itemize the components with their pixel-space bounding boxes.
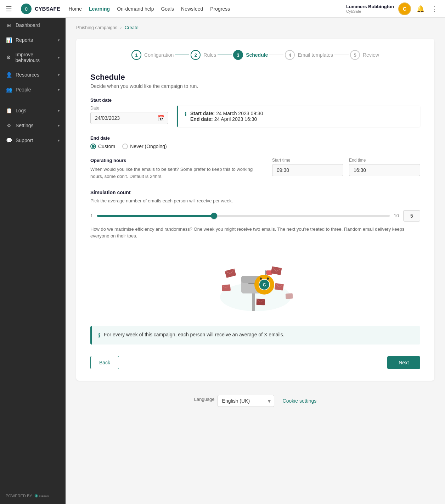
date-info-box-wrap: ℹ Start date: 24 March 2023 09:30 End da… [177, 106, 420, 127]
bottom-info-text: For every week of this campaign, each pe… [104, 332, 285, 337]
step-2: 2 Rules [191, 50, 216, 60]
nav-newsfeed[interactable]: Newsfeed [181, 6, 203, 12]
slider-fill [97, 215, 214, 217]
nav-ondemand[interactable]: On-demand help [117, 6, 154, 12]
nav-home[interactable]: Home [69, 6, 82, 12]
logs-icon: 📋 [6, 107, 12, 114]
language-select[interactable]: English (UK) [218, 395, 274, 407]
svg-rect-18 [221, 284, 230, 291]
sidebar-footer: POWERED BY C CYBSAFE [0, 488, 66, 504]
sidebar-item-dashboard[interactable]: ⊞ Dashboard [0, 18, 66, 33]
user-company: CybSafe [346, 9, 394, 13]
date-input[interactable] [90, 112, 168, 124]
ongoing-radio-circle [122, 144, 128, 149]
info-start-label: Start date: [190, 111, 215, 116]
reports-chevron: ▾ [58, 38, 60, 43]
end-date-custom-option[interactable]: Custom [90, 144, 115, 149]
end-time-input[interactable] [349, 164, 420, 176]
sidebar-item-reports[interactable]: 📊 Reports ▾ [0, 33, 66, 47]
sidebar-item-resources[interactable]: 👤 Resources ▾ [0, 67, 66, 82]
svg-rect-21 [274, 283, 283, 290]
reports-icon: 📊 [6, 37, 12, 43]
sidebar-item-support[interactable]: 💬 Support ▾ [0, 133, 66, 148]
custom-radio-label: Custom [98, 144, 115, 149]
step-3-circle: 3 [233, 50, 243, 60]
stepper: 1 Configuration 2 Rules 3 Schedule 4 Ema… [90, 50, 420, 60]
sidebar: ⊞ Dashboard 📊 Reports ▾ ⚙ Improve behavi… [0, 18, 66, 504]
time-fields: Start time End time [272, 158, 420, 176]
logo-text: CYBSAFE [35, 6, 60, 12]
connector-2-3 [218, 55, 232, 55]
end-time-field: End time [349, 158, 420, 176]
people-chevron: ▾ [58, 88, 60, 92]
back-button[interactable]: Back [90, 356, 119, 369]
cookie-settings-link[interactable]: Cookie settings [283, 398, 317, 404]
svg-text:CYBSAFE: CYBSAFE [39, 495, 49, 497]
page-subtitle: Decide when you would like the campaign … [90, 83, 420, 89]
slider-thumb [211, 213, 217, 219]
page-footer: Language English (UK) Cookie settings [76, 381, 434, 413]
sidebar-label-improve-behaviours: Improve behaviours [16, 52, 58, 63]
step-5-label: Review [363, 52, 379, 58]
start-time-label: Start time [272, 158, 343, 163]
improve-behaviours-icon: ⚙ [6, 54, 12, 61]
main-content: Phishing campaigns › Create 1 Configurat… [66, 18, 445, 504]
mailbox-illustration: C [206, 251, 305, 315]
simulation-slider[interactable] [97, 215, 389, 217]
calendar-icon: 📅 [158, 115, 165, 122]
end-date-section: End date Custom Never (Ongoing) [90, 135, 420, 149]
svg-rect-12 [225, 268, 236, 278]
simulation-count-desc: Pick the average number of emails each p… [90, 197, 420, 205]
user-area: Lummers Bobbington CybSafe C 🔔 ⋮ [346, 2, 439, 15]
step-1-label: Configuration [144, 52, 174, 58]
sidebar-label-reports: Reports [16, 37, 33, 43]
sidebar-label-resources: Resources [16, 72, 39, 78]
start-time-field: Start time [272, 158, 343, 176]
nav-goals[interactable]: Goals [161, 6, 174, 12]
settings-chevron: ▾ [58, 123, 60, 128]
svg-point-30 [267, 278, 269, 280]
step-4-label: Email templates [298, 52, 333, 58]
simulation-count-desc2: How do we maximise efficiency and random… [90, 226, 420, 240]
date-input-wrap: 📅 [90, 112, 168, 124]
date-field-label: Date [90, 106, 168, 111]
powered-by-text: POWERED BY [6, 494, 32, 498]
ongoing-radio-label: Never (Ongoing) [130, 144, 167, 149]
sidebar-item-people[interactable]: 👥 People ▾ [0, 82, 66, 97]
user-name: Lummers Bobbington [346, 4, 394, 9]
operating-hours-title: Operating hours [90, 158, 261, 163]
end-date-ongoing-option[interactable]: Never (Ongoing) [122, 144, 167, 149]
svg-point-29 [260, 278, 262, 280]
step-5-circle: 5 [350, 50, 360, 60]
info-end-label: End date: [190, 116, 213, 122]
notifications-button[interactable]: 🔔 [415, 4, 426, 14]
connector-1-2 [175, 55, 189, 55]
menu-hamburger-button[interactable]: ☰ [6, 5, 12, 13]
info-icon: ℹ [185, 111, 187, 118]
next-button[interactable]: Next [387, 356, 420, 369]
breadcrumb-parent[interactable]: Phishing campaigns [76, 25, 117, 30]
sidebar-item-logs[interactable]: 📋 Logs ▾ [0, 103, 66, 118]
bottom-info-icon: ℹ [98, 332, 100, 339]
start-time-input[interactable] [272, 164, 343, 176]
nav-learning[interactable]: Learning [89, 6, 110, 12]
sidebar-label-people: People [16, 87, 31, 93]
sidebar-item-improve-behaviours[interactable]: ⚙ Improve behaviours ▾ [0, 47, 66, 67]
language-label: Language [194, 397, 215, 402]
step-3: 3 Schedule [233, 50, 268, 60]
sidebar-label-support: Support [16, 138, 33, 143]
date-info-box: ℹ Start date: 24 March 2023 09:30 End da… [177, 106, 420, 127]
end-date-label: End date [90, 135, 420, 141]
simulation-count-title: Simulation count [90, 190, 420, 195]
people-icon: 👥 [6, 86, 12, 93]
start-date-label: Start date [90, 97, 420, 103]
sidebar-item-settings[interactable]: ⚙ Settings ▾ [0, 118, 66, 133]
step-4-circle: 4 [285, 50, 295, 60]
cybsafe-footer-logo: C CYBSAFE [34, 493, 49, 498]
nav-progress[interactable]: Progress [210, 6, 230, 12]
button-row: Back Next [90, 356, 420, 369]
page-title: Schedule [90, 73, 420, 82]
user-avatar: C [398, 2, 411, 15]
more-options-button[interactable]: ⋮ [430, 4, 439, 14]
top-navigation: ☰ C CYBSAFE Home Learning On-demand help… [0, 0, 445, 18]
